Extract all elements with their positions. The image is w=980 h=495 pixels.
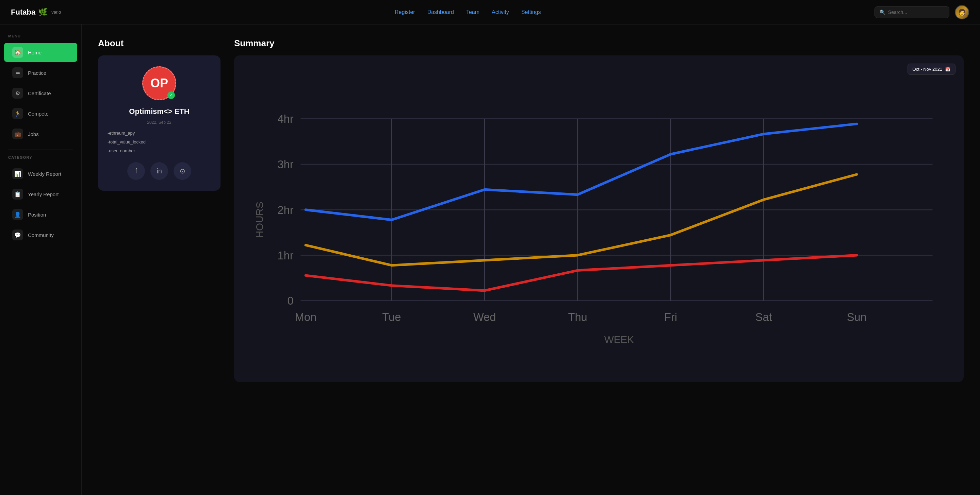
x-label-fri: Fri bbox=[664, 311, 677, 323]
detail-2: -total_value_locked bbox=[108, 138, 211, 146]
summary-chart: HOURS 0 1hr 2hr 3hr 4hr bbox=[245, 68, 953, 371]
sidebar-item-compete[interactable]: 🏃 Compete bbox=[4, 104, 77, 123]
x-label-sat: Sat bbox=[756, 311, 772, 323]
sidebar-item-community[interactable]: 💬 Community bbox=[4, 225, 77, 244]
weekly-report-icon: 📊 bbox=[12, 168, 23, 179]
sidebar-community-label: Community bbox=[28, 232, 54, 238]
profile-date: 2022, Sep 22 bbox=[147, 120, 171, 125]
nav-register[interactable]: Register bbox=[395, 9, 415, 15]
search-box[interactable]: 🔍 bbox=[875, 6, 950, 18]
about-section: About OP ✓ Optimism<> ETH 2022, Sep 22 -… bbox=[98, 38, 221, 382]
main-layout: MENU 🏠 Home ➡ Practice ⚙ Certificate 🏃 C… bbox=[0, 24, 980, 495]
top-nav: Futaba 🌿 var.α Register Dashboard Team A… bbox=[0, 0, 980, 24]
nav-dashboard[interactable]: Dashboard bbox=[427, 9, 454, 15]
x-label-thu: Thu bbox=[568, 311, 587, 323]
compete-icon: 🏃 bbox=[12, 108, 23, 119]
x-axis-label: WEEK bbox=[605, 334, 634, 345]
summary-title: Summary bbox=[234, 38, 964, 49]
sidebar-position-label: Position bbox=[28, 212, 46, 217]
sidebar-item-practice[interactable]: ➡ Practice bbox=[4, 63, 77, 82]
verified-badge: ✓ bbox=[167, 92, 175, 99]
x-label-mon: Mon bbox=[295, 311, 317, 323]
user-avatar[interactable]: 🧑 bbox=[955, 5, 969, 19]
sections-row: About OP ✓ Optimism<> ETH 2022, Sep 22 -… bbox=[98, 38, 964, 382]
sidebar-home-label: Home bbox=[28, 50, 41, 56]
chart-line-blue bbox=[305, 124, 856, 220]
summary-card: Oct - Nov 2021 📅 HOURS bbox=[234, 56, 964, 382]
sidebar-item-yearly-report[interactable]: 📋 Yearly Report bbox=[4, 185, 77, 204]
about-title: About bbox=[98, 38, 221, 49]
github-icon: ⊙ bbox=[180, 167, 185, 175]
yearly-report-icon: 📋 bbox=[12, 189, 23, 200]
logo-version: var.α bbox=[51, 10, 61, 14]
linkedin-button[interactable]: in bbox=[150, 162, 168, 180]
sidebar-practice-label: Practice bbox=[28, 70, 46, 76]
nav-team[interactable]: Team bbox=[466, 9, 479, 15]
chart-line-red bbox=[305, 255, 856, 291]
nav-links: Register Dashboard Team Activity Setting… bbox=[395, 9, 541, 15]
github-button[interactable]: ⊙ bbox=[173, 162, 191, 180]
y-label-1: 1hr bbox=[277, 249, 293, 262]
search-input[interactable] bbox=[888, 10, 944, 15]
menu-label: MENU bbox=[0, 34, 81, 42]
profile-details: -ethreum_apy -total_value_locked -user_n… bbox=[108, 129, 211, 155]
sidebar-item-position[interactable]: 👤 Position bbox=[4, 205, 77, 224]
sidebar-certificate-label: Certificate bbox=[28, 90, 51, 96]
logo-leaf-icon: 🌿 bbox=[38, 8, 47, 17]
nav-settings[interactable]: Settings bbox=[521, 9, 541, 15]
logo-name: Futaba bbox=[11, 8, 35, 17]
facebook-button[interactable]: f bbox=[127, 162, 145, 180]
summary-section: Summary Oct - Nov 2021 📅 HOURS bbox=[234, 38, 964, 382]
sidebar-item-jobs[interactable]: 💼 Jobs bbox=[4, 124, 77, 143]
jobs-icon: 💼 bbox=[12, 129, 23, 140]
about-card: OP ✓ Optimism<> ETH 2022, Sep 22 -ethreu… bbox=[98, 56, 221, 191]
facebook-icon: f bbox=[135, 167, 137, 175]
practice-icon: ➡ bbox=[12, 67, 23, 78]
sidebar: MENU 🏠 Home ➡ Practice ⚙ Certificate 🏃 C… bbox=[0, 24, 82, 495]
linkedin-icon: in bbox=[156, 167, 162, 175]
profile-avatar-text: OP bbox=[150, 76, 168, 90]
social-buttons: f in ⊙ bbox=[127, 162, 191, 180]
y-label-0: 0 bbox=[287, 294, 293, 307]
sidebar-weekly-report-label: Weekly Report bbox=[28, 171, 61, 177]
sidebar-item-certificate[interactable]: ⚙ Certificate bbox=[4, 84, 77, 103]
y-label-2: 2hr bbox=[277, 204, 293, 216]
main-content: About OP ✓ Optimism<> ETH 2022, Sep 22 -… bbox=[82, 24, 980, 495]
home-icon: 🏠 bbox=[12, 47, 23, 58]
y-label-3: 3hr bbox=[277, 158, 293, 171]
sidebar-jobs-label: Jobs bbox=[28, 131, 39, 137]
sidebar-item-home[interactable]: 🏠 Home bbox=[4, 43, 77, 62]
community-icon: 💬 bbox=[12, 230, 23, 240]
chart-container: HOURS 0 1hr 2hr 3hr 4hr bbox=[245, 68, 953, 373]
sidebar-yearly-report-label: Yearly Report bbox=[28, 191, 59, 197]
position-icon: 👤 bbox=[12, 209, 23, 220]
y-axis-label: HOURS bbox=[254, 201, 265, 238]
certificate-icon: ⚙ bbox=[12, 88, 23, 98]
x-label-sun: Sun bbox=[847, 311, 867, 323]
detail-3: -user_number bbox=[108, 146, 211, 155]
sidebar-divider bbox=[8, 149, 73, 150]
logo-area: Futaba 🌿 var.α bbox=[11, 8, 61, 17]
x-label-tue: Tue bbox=[382, 311, 401, 323]
profile-avatar-wrapper: OP ✓ bbox=[142, 66, 176, 100]
y-label-4: 4hr bbox=[277, 113, 293, 125]
nav-activity[interactable]: Activity bbox=[492, 9, 509, 15]
sidebar-compete-label: Compete bbox=[28, 111, 49, 117]
category-label: CATEGORY bbox=[0, 155, 81, 163]
search-icon: 🔍 bbox=[880, 10, 885, 15]
detail-1: -ethreum_apy bbox=[108, 129, 211, 138]
nav-right: 🔍 🧑 bbox=[875, 5, 969, 19]
x-label-wed: Wed bbox=[473, 311, 496, 323]
sidebar-item-weekly-report[interactable]: 📊 Weekly Report bbox=[4, 164, 77, 183]
profile-name: Optimism<> ETH bbox=[129, 107, 189, 116]
